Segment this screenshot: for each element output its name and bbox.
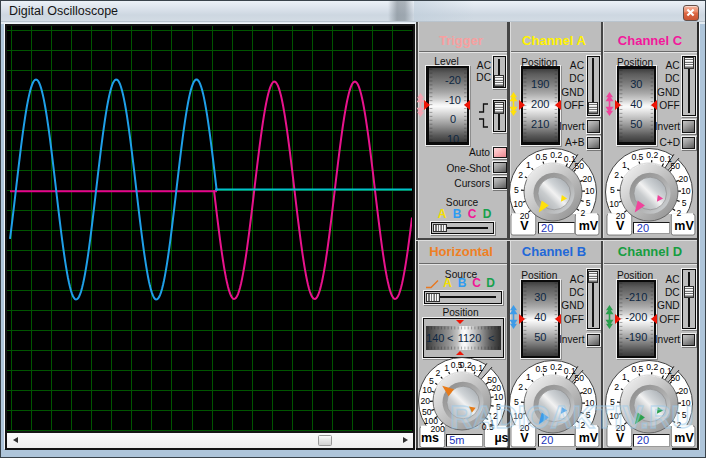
svg-text:0.2: 0.2 [551,362,563,372]
svg-text:1: 1 [622,372,627,382]
svg-text:50: 50 [671,161,681,171]
svg-text:50: 50 [534,331,546,343]
svg-text:190: 190 [531,78,549,90]
svg-text:0.5: 0.5 [536,152,548,162]
svg-text:1: 1 [526,159,531,169]
svg-text:1: 1 [526,372,531,382]
svg-text:20: 20 [679,173,689,183]
svg-text:200: 200 [531,98,549,110]
svg-text:20: 20 [583,386,593,396]
svg-text:10: 10 [514,198,524,208]
svg-text:30: 30 [630,78,642,90]
svg-text:40: 40 [534,311,546,323]
svg-text:1120: 1120 [457,332,481,344]
svg-text:<: < [488,332,494,344]
svg-text:1: 1 [622,159,627,169]
svg-text:0.5: 0.5 [536,364,548,374]
svg-text:1: 1 [444,362,449,372]
svg-text:-10: -10 [445,94,461,106]
svg-text:140: 140 [426,332,444,344]
svg-text:40: 40 [630,98,642,110]
svg-text:0.1: 0.1 [471,362,483,372]
svg-text:10: 10 [422,384,432,394]
svg-text:0.5: 0.5 [632,364,644,374]
svg-text:30: 30 [534,291,546,303]
svg-text:2: 2 [614,169,619,179]
svg-text:5: 5 [682,197,687,207]
svg-text:2: 2 [519,382,524,392]
svg-text:0.2: 0.2 [646,150,658,160]
svg-text:-20: -20 [445,74,461,86]
svg-text:5: 5 [514,185,519,195]
svg-text:20: 20 [583,173,593,183]
svg-text:0.2: 0.2 [646,362,658,372]
svg-text:50: 50 [575,161,585,171]
svg-text:0: 0 [449,113,455,125]
svg-text:2: 2 [677,208,682,218]
svg-text:50: 50 [575,373,585,383]
svg-text:50: 50 [630,117,642,129]
svg-text:5: 5 [610,185,615,195]
svg-text:2: 2 [614,382,619,392]
svg-text:-200: -200 [625,311,647,323]
svg-text:5: 5 [586,197,591,207]
svg-text:2: 2 [435,368,440,378]
svg-text:0.5: 0.5 [632,152,644,162]
svg-text:10: 10 [609,198,619,208]
svg-text:10: 10 [585,186,595,196]
svg-text:10: 10 [446,133,458,142]
svg-text:<: < [447,332,453,344]
svg-text:2: 2 [519,169,524,179]
svg-text:2: 2 [581,208,586,218]
svg-text:-190: -190 [625,331,647,343]
svg-text:210: 210 [531,117,549,129]
svg-text:-210: -210 [625,291,647,303]
svg-text:20: 20 [420,396,430,406]
svg-text:0.2: 0.2 [551,150,563,160]
svg-text:50: 50 [671,373,681,383]
svg-text:10: 10 [681,186,691,196]
svg-text:20: 20 [679,386,689,396]
